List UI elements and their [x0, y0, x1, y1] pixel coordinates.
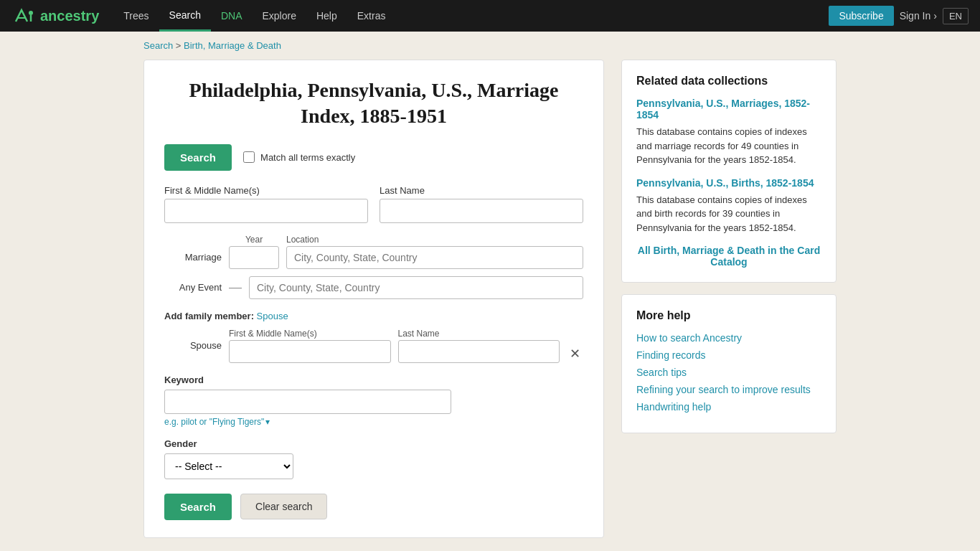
spouse-inputs: First & Middle Name(s) Last Name ✕	[229, 329, 583, 363]
breadcrumb-section[interactable]: Birth, Marriage & Death	[184, 40, 281, 51]
help-link-1[interactable]: Finding records	[636, 349, 821, 361]
first-name-group: First & Middle Name(s)	[164, 185, 368, 223]
any-event-year-col: —	[229, 280, 242, 295]
first-name-label: First & Middle Name(s)	[164, 185, 368, 196]
event-headers: Year Location	[164, 235, 583, 245]
related-link-1[interactable]: Pennsylvania, U.S., Births, 1852-1854	[636, 177, 821, 189]
marriage-row: Marriage	[164, 246, 583, 269]
bottom-buttons: Search Clear search	[164, 494, 583, 520]
spouse-label: Spouse	[164, 340, 222, 351]
spouse-last-name-input[interactable]	[398, 340, 560, 363]
last-name-group: Last Name	[380, 185, 583, 223]
spouse-first-name-input[interactable]	[229, 340, 391, 363]
logo[interactable]: ancestry	[11, 6, 99, 26]
nav-extras[interactable]: Extras	[347, 0, 396, 32]
signin-button[interactable]: Sign In ›	[900, 10, 937, 22]
keyword-section: Keyword e.g. pilot or "Flying Tigers" ▾	[164, 375, 583, 427]
marriage-location-input[interactable]	[286, 246, 583, 269]
breadcrumb: Search > Birth, Marriage & Death	[0, 32, 980, 60]
gender-section: Gender -- Select --MaleFemale	[164, 438, 583, 479]
right-panel: Related data collections Pennsylvania, U…	[621, 60, 837, 433]
spouse-first-name-label: First & Middle Name(s)	[229, 329, 391, 339]
help-link-2[interactable]: Search tips	[636, 367, 821, 378]
search-panel: Philadelphia, Pennsylvania, U.S., Marria…	[143, 60, 604, 538]
page-title: Philadelphia, Pennsylvania, U.S., Marria…	[164, 77, 583, 130]
marriage-year-col	[229, 246, 279, 269]
spouse-last-name-label: Last Name	[398, 329, 560, 339]
subscribe-button[interactable]: Subscribe	[829, 6, 893, 26]
related-link-0[interactable]: Pennsylvania, U.S., Marriages, 1852-1854	[636, 98, 821, 121]
dash-separator: —	[229, 280, 242, 295]
match-all-checkbox[interactable]	[243, 151, 255, 163]
any-event-location-col	[249, 276, 583, 299]
first-name-input[interactable]	[164, 199, 368, 223]
keyword-hint[interactable]: e.g. pilot or "Flying Tigers" ▾	[164, 417, 583, 427]
marriage-location-col	[286, 246, 583, 269]
event-section: Year Location Marriage Any Event —	[164, 235, 583, 299]
any-event-location-input[interactable]	[249, 276, 583, 299]
search-button-top[interactable]: Search	[164, 144, 232, 171]
remove-spouse-button[interactable]: ✕	[567, 344, 583, 363]
main-layout: Philadelphia, Pennsylvania, U.S., Marria…	[0, 60, 980, 538]
keyword-label: Keyword	[164, 375, 583, 385]
keyword-input[interactable]	[164, 390, 451, 414]
spouse-first-name-group: First & Middle Name(s)	[229, 329, 391, 363]
nav-explore[interactable]: Explore	[252, 0, 306, 32]
last-name-label: Last Name	[380, 185, 583, 196]
spouse-row: Spouse First & Middle Name(s) Last Name …	[164, 329, 583, 363]
related-desc-0: This database contains copies of indexes…	[636, 125, 821, 167]
name-row: First & Middle Name(s) Last Name	[164, 185, 583, 223]
language-button[interactable]: EN	[943, 8, 969, 24]
svg-point-1	[29, 11, 33, 15]
any-event-label: Any Event	[164, 282, 222, 293]
marriage-year-input[interactable]	[229, 246, 279, 269]
related-desc-1: This database contains copies of indexes…	[636, 193, 821, 235]
gender-select[interactable]: -- Select --MaleFemale	[164, 453, 293, 479]
location-header: Location	[286, 235, 583, 245]
related-collections-card: Related data collections Pennsylvania, U…	[621, 60, 837, 283]
help-title: More help	[636, 309, 821, 322]
nav-search[interactable]: Search	[159, 0, 211, 32]
gender-label: Gender	[164, 438, 583, 449]
last-name-input[interactable]	[380, 199, 583, 223]
related-title: Related data collections	[636, 75, 821, 88]
help-link-3[interactable]: Refining your search to improve results	[636, 384, 821, 395]
more-help-card: More help How to search Ancestry Finding…	[621, 294, 837, 433]
help-link-4[interactable]: Handwriting help	[636, 401, 821, 413]
nav-links: Trees Search DNA Explore Help Extras	[113, 0, 829, 32]
breadcrumb-search[interactable]: Search	[143, 40, 173, 51]
nav-dna[interactable]: DNA	[211, 0, 253, 32]
clear-search-button[interactable]: Clear search	[240, 494, 327, 519]
nav-right: Subscribe Sign In › EN	[829, 6, 969, 26]
nav-trees[interactable]: Trees	[113, 0, 159, 32]
help-link-0[interactable]: How to search Ancestry	[636, 332, 821, 344]
spouse-link[interactable]: Spouse	[257, 311, 288, 321]
year-header: Year	[229, 235, 279, 245]
any-event-row: Any Event —	[164, 276, 583, 299]
match-all-label[interactable]: Match all terms exactly	[243, 151, 355, 163]
navigation: ancestry Trees Search DNA Explore Help E…	[0, 0, 980, 32]
nav-help[interactable]: Help	[306, 0, 347, 32]
logo-text: ancestry	[40, 8, 99, 24]
related-all-link[interactable]: All Birth, Marriage & Death in the Card …	[636, 245, 821, 268]
family-header: Add family member: Spouse	[164, 311, 583, 321]
search-header: Search Match all terms exactly	[164, 144, 583, 171]
search-button-bottom[interactable]: Search	[164, 494, 232, 520]
marriage-label: Marriage	[164, 252, 222, 263]
family-section: Add family member: Spouse Spouse First &…	[164, 311, 583, 363]
spouse-last-name-group: Last Name	[398, 329, 560, 363]
